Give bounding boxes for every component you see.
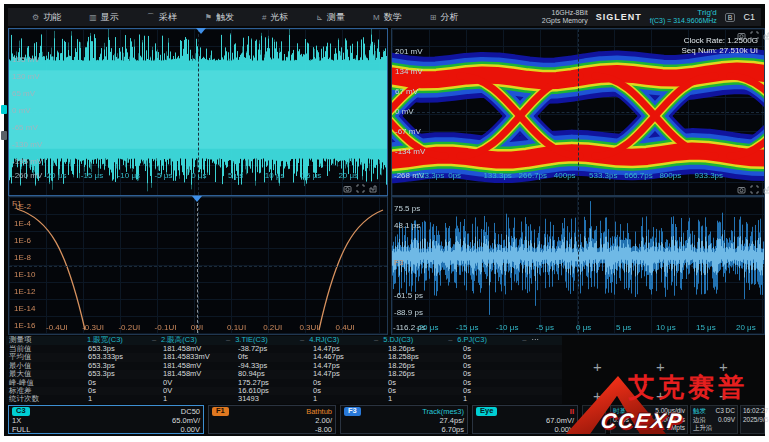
row-header: 当前值: [6, 345, 85, 354]
bathtub-panel[interactable]: [8, 196, 388, 335]
menu-item-display[interactable]: ▥显示: [75, 8, 133, 26]
table-cell: 14.467ps: [310, 353, 385, 362]
menu-item-measure[interactable]: ⊾测量: [302, 8, 359, 26]
b-indicator-badge[interactable]: B: [725, 13, 736, 22]
table-row: 最小值653.3ps181.458mV-94.33ps14.47ps18.26p…: [6, 362, 562, 370]
axis-label: 0.1UI: [227, 323, 246, 332]
histogram-icon[interactable]: [369, 184, 378, 193]
menu-item-acquire[interactable]: ⌒采样: [133, 8, 191, 26]
axis-label: 933.3ps: [695, 171, 723, 180]
menu-item-trigger[interactable]: ⚑触发: [191, 8, 248, 26]
axis-label: 134 mV: [395, 67, 423, 76]
eye-scale: 67.0mV/: [546, 416, 574, 425]
channel-level-marker[interactable]: [1, 105, 7, 114]
axis-label: 5 μs: [228, 171, 243, 180]
axis-label: 1E-14: [14, 304, 35, 313]
bathtub-cursor-marker[interactable]: [192, 196, 202, 202]
trigger-type: 边沿: [693, 416, 706, 425]
axis-label: 666.7ps: [624, 171, 652, 180]
axis-label: -195 mV: [12, 157, 42, 166]
expand-icon[interactable]: [750, 31, 759, 40]
menu-bar: ⚙功能▥显示⌒采样⚑触发#光标⊾测量M数学⊞分析 16GHz-8Bit 2Gpt…: [8, 8, 761, 26]
c3-scale: 65.0mV/: [172, 416, 200, 425]
bandwidth-readout: 16GHz-8Bit: [551, 9, 587, 17]
add-measurement-button[interactable]: +: [719, 387, 728, 404]
timebase-scale: 5.00μs/div: [655, 407, 685, 416]
timebase-box[interactable]: 时基5.00μs/div 0.00s40.0GSa/s 2Mpts: [610, 405, 688, 434]
column-header: 4.RJ(C3)–: [306, 336, 380, 345]
axis-label: -5 μs: [536, 323, 554, 332]
add-measurement-button[interactable]: +: [593, 358, 602, 375]
camera-icon[interactable]: [737, 31, 746, 40]
table-cell: 0V: [160, 387, 235, 396]
histogram-icon[interactable]: [763, 31, 769, 40]
axis-label: 20 μs: [338, 171, 358, 180]
analysis-icon: ⊞: [430, 13, 437, 22]
bathtub-cursor-line[interactable]: [197, 198, 198, 333]
axis-label: -134 mV: [395, 147, 425, 156]
axis-label: 0 μs: [576, 323, 591, 332]
trigger-box[interactable]: 触发C3 DC 边沿0.09V 上升沿: [690, 405, 738, 434]
table-row: 统计次数1131493111: [6, 395, 562, 403]
channel-indicator[interactable]: C1: [743, 12, 755, 22]
camera-icon[interactable]: [737, 185, 746, 194]
axis-label: -15 μs: [456, 323, 478, 332]
add-measurement-button[interactable]: +: [593, 387, 602, 404]
expand-icon[interactable]: [750, 185, 759, 194]
table-cell: 14.47ps: [310, 345, 385, 354]
row-header: 平均值: [6, 353, 85, 362]
menu-item-utility[interactable]: ⚙功能: [18, 8, 75, 26]
table-cell: 1: [460, 395, 535, 404]
table-cell: 0s: [310, 387, 385, 396]
table-cell: 18.26ps: [385, 370, 460, 379]
measurement-table: 测量项1.眼宽(C3)–2.眼高(C3)–3.TIE(C3)–4.RJ(C3)–…: [6, 336, 562, 404]
axis-label: -10 μs: [118, 171, 140, 180]
tie-track-panel[interactable]: [391, 196, 765, 335]
row-header: 标准差: [6, 387, 85, 396]
add-channel-slot[interactable]: +: [582, 405, 606, 434]
tie-track-canvas[interactable]: [392, 197, 764, 334]
table-cell: 18.258ps: [385, 353, 460, 362]
histogram-icon[interactable]: [763, 185, 769, 194]
panel-tool-icons: [737, 31, 769, 40]
add-measurement-button[interactable]: +: [719, 358, 728, 375]
menubar-right: 16GHz-8Bit 2Gpts Memory SIGLENT Trig'd f…: [542, 9, 755, 25]
menu-item-label: 触发: [216, 11, 234, 24]
row-header: 峰-峰值: [6, 379, 85, 388]
axis-label: 533.3ps: [589, 171, 617, 180]
table-cell: 18.26ps: [385, 345, 460, 354]
panel-tool-icons: [343, 184, 378, 193]
axis-label: -0.1UI: [155, 323, 177, 332]
display-icon: ▥: [89, 13, 97, 22]
f1-bathtub-descriptor[interactable]: F1Bathtub 2.00/ -8.00: [208, 405, 336, 434]
camera-icon[interactable]: [343, 184, 352, 193]
f3-track-descriptor[interactable]: F3Track(mes3) 27.4ps/ 6.70ps: [340, 405, 468, 434]
brand-logo: SIGLENT: [596, 12, 642, 22]
trigger-source: C3 DC: [715, 407, 735, 416]
axis-label: -0.4UI: [46, 323, 68, 332]
expand-icon[interactable]: [356, 184, 365, 193]
eye-descriptor[interactable]: EyeII 67.0mV/ 0.00V: [472, 405, 578, 434]
menu-item-analysis[interactable]: ⊞分析: [416, 8, 473, 26]
channel-c3-descriptor[interactable]: C3DC50 1X65.0mV/ FULL0.00V: [8, 405, 204, 434]
axis-label: 400ps: [554, 171, 576, 180]
add-measurement-button[interactable]: +: [656, 358, 665, 375]
axis-label: 1E-6: [14, 236, 31, 245]
column-header: 3.TIE(C3)–: [232, 336, 306, 345]
menu-item-math[interactable]: M数学: [359, 8, 416, 26]
f3-badge: F3: [344, 407, 361, 416]
table-cell: 0V: [160, 379, 235, 388]
axis-label: -10 μs: [496, 323, 518, 332]
trigger-position-marker[interactable]: [196, 28, 206, 34]
table-cell: 0s: [85, 379, 160, 388]
axis-label: 133.3ps: [483, 171, 511, 180]
menu-item-cursors[interactable]: #光标: [248, 8, 302, 26]
eye-offset: 0.00V: [554, 425, 574, 434]
axis-label: 0.3UI: [299, 323, 318, 332]
table-cell: 0s: [85, 387, 160, 396]
trigger-flag-icon: ⚑: [205, 13, 212, 22]
menu-item-label: 数学: [384, 11, 402, 24]
more-measurements-button[interactable]: ···: [528, 336, 562, 345]
aux-level-marker[interactable]: [1, 131, 7, 140]
add-measurement-button[interactable]: +: [656, 387, 665, 404]
